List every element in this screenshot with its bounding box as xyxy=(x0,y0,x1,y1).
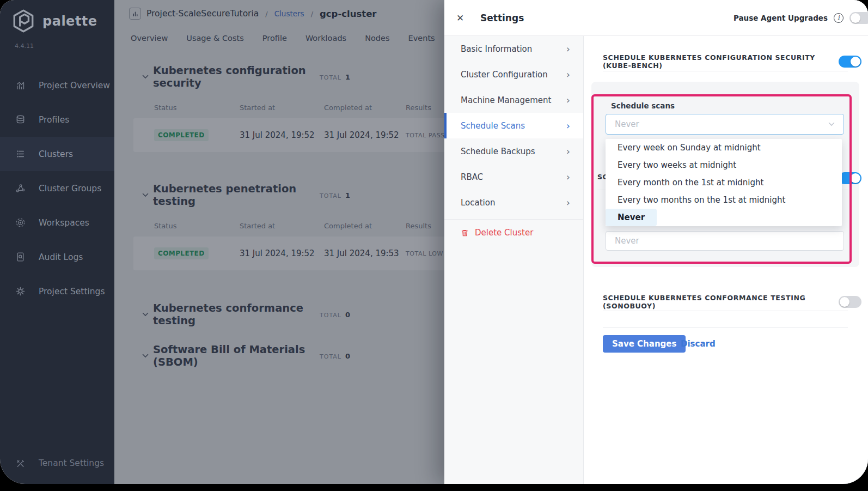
dropdown-option[interactable]: Every month on the 1st at midnight xyxy=(606,174,842,191)
sonobuoy-row: SCHEDULE KUBERNETES CONFORMANCE TESTING … xyxy=(603,294,861,310)
kube-bench-row: SCHEDULE KUBERNETES CONFIGURATION SECURI… xyxy=(603,54,861,69)
sonobuoy-toggle[interactable] xyxy=(839,296,861,308)
sidebar-menu: Project Overview Profiles Clusters Clust… xyxy=(0,68,114,308)
settings-nav-item[interactable]: Location › xyxy=(444,190,583,215)
chevron-right-icon: › xyxy=(566,70,570,80)
dropdown-option[interactable]: Never xyxy=(606,209,657,226)
cluster-groups-icon xyxy=(15,183,26,193)
sidebar-item-workspaces[interactable]: Workspaces xyxy=(0,205,114,240)
project-settings-icon xyxy=(15,286,26,296)
pause-agent-upgrades-toggle[interactable] xyxy=(849,12,868,24)
sidebar-item-project-settings[interactable]: Project Settings xyxy=(0,274,114,308)
dropdown-option[interactable]: Every two weeks at midnight xyxy=(606,156,842,174)
divider xyxy=(603,71,848,71)
chevron-right-icon: › xyxy=(566,198,570,208)
brand-name: palette xyxy=(42,14,97,29)
close-icon[interactable]: ✕ xyxy=(456,13,480,23)
settings-nav-item[interactable]: Cluster Configuration › xyxy=(444,62,583,87)
settings-nav-item[interactable]: Basic Information › xyxy=(444,36,583,62)
chevron-right-icon: › xyxy=(566,95,570,105)
chevron-right-icon: › xyxy=(566,147,570,156)
app-window: palette 4.4.11 Project Overview Profiles… xyxy=(0,0,868,484)
sonobuoy-label: SCHEDULE KUBERNETES CONFORMANCE TESTING … xyxy=(603,294,839,310)
sidebar-item-project-overview[interactable]: Project Overview xyxy=(0,68,114,102)
settings-nav-item[interactable]: Machine Management › xyxy=(444,87,583,113)
kube-bench-label: SCHEDULE KUBERNETES CONFIGURATION SECURI… xyxy=(603,53,839,70)
trash-icon xyxy=(461,229,469,237)
kube-bench-toggle[interactable] xyxy=(839,56,861,68)
settings-nav-item[interactable]: Schedule Backups › xyxy=(444,138,583,164)
schedule-scans-content: SCHEDULE KUBERNETES CONFIGURATION SECURI… xyxy=(584,36,868,484)
dropdown-option[interactable]: Every week on Sunday at midnight xyxy=(606,139,842,156)
settings-nav-item[interactable]: RBAC › xyxy=(444,164,583,190)
project-overview-icon xyxy=(15,80,26,90)
clusters-icon xyxy=(15,149,26,159)
sidebar-item-tenant-settings[interactable]: Tenant Settings xyxy=(0,449,114,477)
app-version: 4.4.11 xyxy=(0,34,114,50)
settings-header: ✕ Settings Pause Agent Upgrades i xyxy=(444,0,868,36)
dropdown-option[interactable]: Every two months on the 1st at midnight xyxy=(606,191,842,209)
info-icon[interactable]: i xyxy=(834,13,843,23)
save-changes-button[interactable]: Save Changes xyxy=(603,335,686,353)
settings-title: Settings xyxy=(480,13,524,23)
brand-row: palette xyxy=(0,0,114,34)
profiles-icon xyxy=(15,114,26,125)
settings-nav-item[interactable]: Schedule Scans › xyxy=(444,113,583,138)
palette-logo-icon xyxy=(11,9,36,34)
settings-nav: Basic Information › Cluster Configuratio… xyxy=(444,36,584,484)
sidebar-item-clusters[interactable]: Clusters xyxy=(0,137,114,171)
schedule-scans-select-secondary[interactable]: Never xyxy=(606,231,844,251)
chevron-right-icon: › xyxy=(566,121,570,131)
schedule-scans-label: Schedule scans xyxy=(611,101,675,110)
divider xyxy=(603,311,848,311)
workspaces-icon xyxy=(15,217,26,228)
settings-panel: ✕ Settings Pause Agent Upgrades i Basic … xyxy=(444,0,868,484)
chevron-right-icon: › xyxy=(566,44,570,54)
sidebar-item-cluster-groups[interactable]: Cluster Groups xyxy=(0,171,114,205)
sidebar: palette 4.4.11 Project Overview Profiles… xyxy=(0,0,114,484)
kube-hunter-toggle[interactable] xyxy=(839,172,861,184)
sidebar-item-audit-logs[interactable]: Audit Logs xyxy=(0,240,114,274)
tenant-settings-icon xyxy=(15,458,26,469)
chevron-right-icon: › xyxy=(566,172,570,182)
audit-logs-icon xyxy=(15,252,26,262)
schedule-scans-select[interactable]: Never xyxy=(606,114,844,135)
delete-cluster-button[interactable]: Delete Cluster xyxy=(444,220,583,246)
discard-button[interactable]: Discard xyxy=(681,339,716,349)
pause-agent-upgrades-label: Pause Agent Upgrades xyxy=(733,14,828,22)
divider xyxy=(603,327,848,328)
schedule-scans-dropdown-menu: Every week on Sunday at midnight Every t… xyxy=(606,139,842,226)
chevron-down-icon xyxy=(828,122,835,126)
sidebar-item-profiles[interactable]: Profiles xyxy=(0,102,114,137)
